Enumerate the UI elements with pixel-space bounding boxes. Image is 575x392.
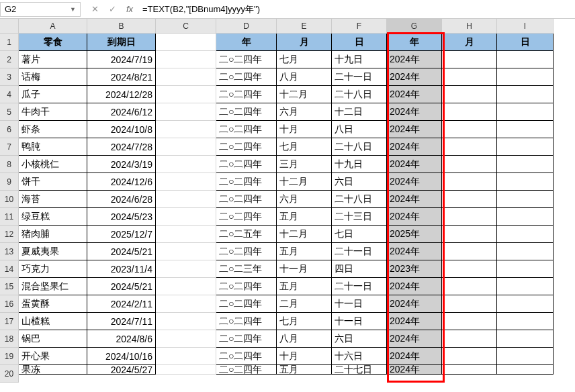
cell-day-cn[interactable]: 二十八日 [332, 138, 387, 156]
col-header-c[interactable]: C [156, 19, 216, 34]
row-header[interactable]: 12 [0, 226, 19, 243]
row-header[interactable]: 19 [0, 348, 19, 365]
cell-year-cn[interactable]: 二○二四年 [216, 365, 277, 375]
cell-expiry[interactable]: 2024/2/11 [87, 295, 156, 313]
cell-snack[interactable]: 话梅 [19, 68, 87, 86]
cell-year-num[interactable]: 2024年 [387, 278, 442, 295]
col-header-a[interactable]: A [19, 19, 87, 34]
cell-expiry[interactable]: 2024/10/16 [87, 348, 156, 365]
cell-day-num[interactable] [497, 260, 554, 278]
cell-empty[interactable] [156, 330, 216, 348]
cell-day-num[interactable] [497, 51, 554, 68]
cell-day-cn[interactable]: 十一日 [332, 313, 387, 330]
row-header[interactable]: 9 [0, 173, 19, 191]
cell-month-num[interactable] [442, 226, 497, 243]
cell-year-num[interactable]: 2025年 [387, 226, 442, 243]
cell-snack[interactable]: 牛肉干 [19, 103, 87, 121]
cell-empty[interactable] [156, 156, 216, 173]
cell-snack[interactable]: 猪肉脯 [19, 226, 87, 243]
cell-day-num[interactable] [497, 278, 554, 295]
cell-month-num[interactable] [442, 243, 497, 260]
cell-month-cn[interactable]: 二月 [277, 295, 332, 313]
cell-month-num[interactable] [442, 208, 497, 226]
cell-day-cn[interactable]: 十九日 [332, 156, 387, 173]
cell-day-num[interactable] [497, 191, 554, 208]
cell-year-cn[interactable]: 二○二四年 [216, 330, 277, 348]
cell-month-cn[interactable]: 十二月 [277, 173, 332, 191]
cell-expiry[interactable]: 2024/8/6 [87, 330, 156, 348]
cell-day-num[interactable] [497, 68, 554, 86]
cell-day-num[interactable] [497, 226, 554, 243]
cell-month-cn[interactable]: 七月 [277, 313, 332, 330]
cell-day-num[interactable] [497, 173, 554, 191]
fx-button[interactable]: fx [121, 2, 138, 17]
cell-expiry[interactable]: 2024/10/8 [87, 121, 156, 138]
row-header[interactable]: 10 [0, 191, 19, 208]
cell-empty[interactable] [156, 226, 216, 243]
cell-day-num[interactable] [497, 86, 554, 103]
cell-empty[interactable] [156, 103, 216, 121]
cell-year-num[interactable]: 2024年 [387, 156, 442, 173]
select-all-corner[interactable] [0, 19, 19, 34]
row-header[interactable]: 4 [0, 86, 19, 103]
cell-expiry[interactable]: 2023/11/4 [87, 260, 156, 278]
cell-empty[interactable] [156, 313, 216, 330]
cell-empty[interactable] [156, 86, 216, 103]
cell-empty[interactable] [156, 138, 216, 156]
row-header[interactable]: 15 [0, 278, 19, 295]
cell-month-cn[interactable]: 五月 [277, 208, 332, 226]
cell-year-cn[interactable]: 二○二四年 [216, 278, 277, 295]
cell-year-num[interactable]: 2024年 [387, 138, 442, 156]
cell-month-num[interactable] [442, 173, 497, 191]
cell-day-num[interactable] [497, 208, 554, 226]
cell-expiry[interactable]: 2024/6/12 [87, 103, 156, 121]
cell-day-cn[interactable]: 二十七日 [332, 365, 387, 375]
cell-snack[interactable]: 绿豆糕 [19, 208, 87, 226]
cell-year-num[interactable]: 2024年 [387, 86, 442, 103]
cell-month-cn[interactable]: 十月 [277, 121, 332, 138]
cell-day-cn[interactable]: 二十一日 [332, 243, 387, 260]
cell-year-cn[interactable]: 二○二四年 [216, 138, 277, 156]
cell-year-cn[interactable]: 二○二四年 [216, 156, 277, 173]
cell-month-cn[interactable]: 五月 [277, 278, 332, 295]
header-snack[interactable]: 零食 [19, 34, 87, 51]
cell-day-cn[interactable]: 二十一日 [332, 278, 387, 295]
cell-year-num[interactable]: 2023年 [387, 260, 442, 278]
cell-year-cn[interactable]: 二○二四年 [216, 68, 277, 86]
cell-empty[interactable] [156, 365, 216, 375]
row-header[interactable]: 7 [0, 138, 19, 156]
row-header[interactable]: 20 [0, 365, 19, 383]
col-header-f[interactable]: F [332, 19, 387, 34]
cancel-button[interactable]: ✕ [86, 2, 103, 17]
cell-expiry[interactable]: 2024/8/21 [87, 68, 156, 86]
cell-year-cn[interactable]: 二○二五年 [216, 226, 277, 243]
col-header-e[interactable]: E [277, 19, 332, 34]
cell-year-num[interactable]: 2024年 [387, 348, 442, 365]
cell-snack[interactable]: 饼干 [19, 173, 87, 191]
cell-month-num[interactable] [442, 365, 497, 375]
row-header[interactable]: 1 [0, 34, 19, 51]
cell-snack[interactable]: 夏威夷果 [19, 243, 87, 260]
formula-input[interactable] [138, 2, 575, 17]
cell-day-num[interactable] [497, 103, 554, 121]
cell-snack[interactable]: 混合坚果仁 [19, 278, 87, 295]
cell-empty[interactable] [156, 121, 216, 138]
cell-month-num[interactable] [442, 68, 497, 86]
cell-month-cn[interactable]: 十二月 [277, 226, 332, 243]
cell-month-num[interactable] [442, 313, 497, 330]
cell-month-num[interactable] [442, 103, 497, 121]
cell-empty[interactable] [156, 260, 216, 278]
cell-month-cn[interactable]: 六月 [277, 103, 332, 121]
cell-day-num[interactable] [497, 138, 554, 156]
chevron-down-icon[interactable]: ▼ [70, 6, 76, 13]
cell-year-cn[interactable]: 二○二四年 [216, 173, 277, 191]
cell-empty[interactable] [156, 243, 216, 260]
cell-empty[interactable] [156, 191, 216, 208]
cell-snack[interactable]: 锅巴 [19, 330, 87, 348]
cell-day-cn[interactable]: 八日 [332, 121, 387, 138]
cell-snack[interactable]: 蛋黄酥 [19, 295, 87, 313]
cell-expiry[interactable]: 2024/3/19 [87, 156, 156, 173]
row-header[interactable]: 11 [0, 208, 19, 226]
cell-day-cn[interactable]: 十九日 [332, 51, 387, 68]
cell-snack[interactable]: 瓜子 [19, 86, 87, 103]
